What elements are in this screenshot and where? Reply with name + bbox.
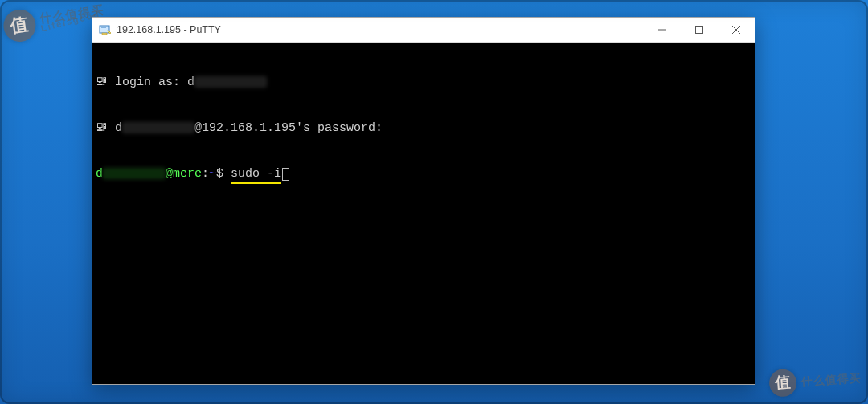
prompt-host: @mere xyxy=(166,167,202,181)
terminal-icon: 🖳 xyxy=(96,75,108,89)
terminal-line-2: 🖳 d@192.168.1.195's password: xyxy=(96,120,751,136)
login-prompt-label: login as: xyxy=(115,75,187,89)
window-title: 192.168.1.195 - PuTTY xyxy=(117,24,221,35)
password-prompt-label: @192.168.1.195's password: xyxy=(194,121,383,135)
watermark-text-cn: 什么值得买 xyxy=(801,372,862,387)
login-user-firstchar: d xyxy=(187,75,194,89)
close-button[interactable] xyxy=(718,18,755,42)
typed-command: sudo -i xyxy=(231,167,281,184)
putty-window: 192.168.1.195 - PuTTY 🖳 login as: d 🖳 d@… xyxy=(92,17,755,385)
redacted-username xyxy=(194,76,267,88)
terminal-line-3: d@mere:~$ sudo -i xyxy=(96,166,751,182)
cursor-icon xyxy=(282,168,289,181)
terminal-area[interactable]: 🖳 login as: d 🖳 d@192.168.1.195's passwo… xyxy=(92,43,755,384)
watermark-badge-icon: 值 xyxy=(2,7,38,43)
watermark-top-left: 值 什么值得买 Lifeisgood xyxy=(2,0,106,44)
svg-rect-4 xyxy=(696,27,703,34)
minimize-button[interactable] xyxy=(644,18,681,42)
prompt-sep: : xyxy=(202,167,209,181)
prompt-dollar: $ xyxy=(216,167,231,181)
window-titlebar[interactable]: 192.168.1.195 - PuTTY xyxy=(92,18,755,43)
redacted-username xyxy=(122,122,194,133)
terminal-line-1: 🖳 login as: d xyxy=(96,75,751,90)
svg-rect-0 xyxy=(100,26,109,33)
login-user-firstchar: d xyxy=(115,121,122,135)
redacted-username xyxy=(103,168,166,179)
prompt-path: ~ xyxy=(209,167,216,181)
watermark-bottom-right: 值 什么值得买 xyxy=(768,364,862,398)
svg-rect-1 xyxy=(102,33,107,35)
maximize-button[interactable] xyxy=(681,18,718,42)
putty-icon xyxy=(99,23,112,36)
terminal-icon: 🖳 xyxy=(96,121,108,135)
watermark-badge-icon: 值 xyxy=(768,369,797,398)
prompt-user-firstchar: d xyxy=(96,167,103,181)
